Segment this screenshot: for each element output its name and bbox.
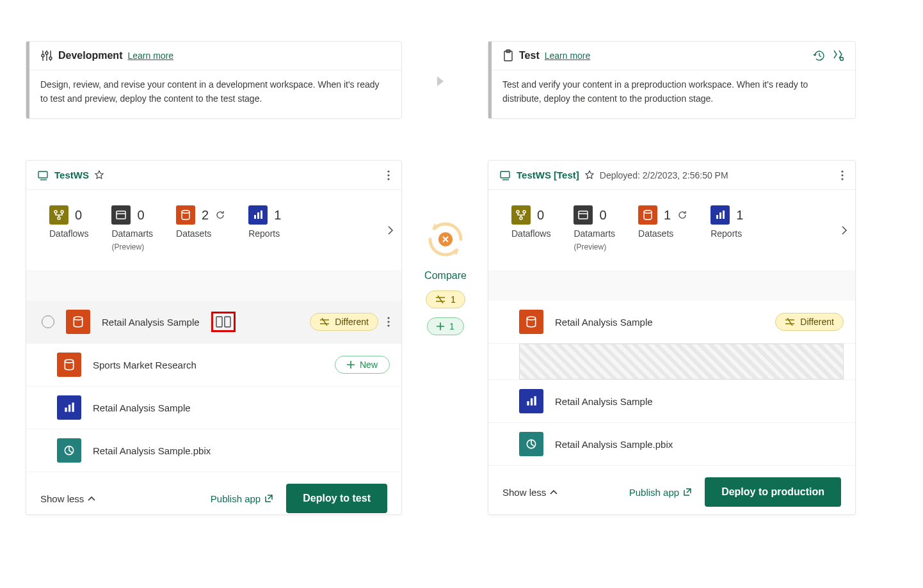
- svg-point-33: [520, 217, 522, 219]
- refresh-icon[interactable]: [677, 210, 687, 220]
- item-row-report-retail[interactable]: Retail Analysis Sample: [488, 380, 855, 423]
- stat-reports[interactable]: 1 Reports: [248, 205, 281, 239]
- report-icon: [57, 395, 81, 420]
- item-name: Retail Analysis Sample: [102, 317, 200, 328]
- svg-rect-27: [501, 171, 510, 178]
- stage-title-development: Development: [58, 50, 122, 61]
- compare-column: Compare 1 1: [410, 218, 481, 335]
- show-less-label: Show less: [40, 493, 84, 504]
- item-row-dataset-retail[interactable]: Retail Analysis Sample Different: [26, 301, 401, 344]
- svg-point-8: [61, 211, 63, 213]
- stage-header-test: Test Learn more Test and verify your con…: [488, 41, 856, 119]
- stat-datamarts[interactable]: 0 Datamarts (Preview): [574, 205, 615, 251]
- stat-datasets[interactable]: 1 Datasets: [638, 205, 687, 239]
- svg-rect-10: [116, 211, 125, 219]
- learn-more-link-development[interactable]: Learn more: [127, 51, 173, 61]
- deploy-to-test-button[interactable]: Deploy to test: [286, 484, 387, 513]
- item-row-dataset-sports[interactable]: Sports Market Research New: [26, 344, 401, 386]
- compare-added-count-badge[interactable]: 1: [427, 317, 464, 335]
- svg-point-18: [387, 317, 389, 319]
- item-name: Sports Market Research: [93, 360, 197, 370]
- pbix-icon: [519, 432, 543, 456]
- svg-point-35: [644, 211, 652, 213]
- stat-dataflows[interactable]: 0 Dataflows: [511, 205, 550, 239]
- publish-label: Publish app: [211, 493, 261, 504]
- badge-label: New: [360, 360, 378, 370]
- refresh-icon[interactable]: [215, 210, 225, 220]
- show-less-toggle[interactable]: Show less: [40, 493, 95, 504]
- stage-description-development: Design, review, and revise your content …: [26, 70, 401, 113]
- svg-point-21: [65, 360, 73, 363]
- history-icon[interactable]: [813, 49, 826, 62]
- stage-accent: [488, 42, 492, 118]
- svg-point-5: [387, 174, 389, 176]
- item-row-pbix-retail[interactable]: Retail Analysis Sample.pbix: [488, 423, 855, 466]
- stat-count: 1: [736, 208, 743, 223]
- chevron-right-icon[interactable]: [841, 225, 847, 235]
- svg-rect-41: [531, 399, 533, 406]
- tools-icon: [40, 49, 53, 62]
- select-checkbox[interactable]: [42, 315, 54, 328]
- workspace-icon: [38, 170, 49, 180]
- show-less-label: Show less: [502, 487, 546, 498]
- pbix-icon: [57, 438, 81, 463]
- workspace-card-test: TestWS [Test] Deployed: 2/2/2023, 2:56:5…: [488, 160, 856, 515]
- compare-spinner-icon: [424, 218, 467, 261]
- more-options-icon[interactable]: [387, 170, 390, 180]
- stat-reports[interactable]: 1 Reports: [710, 205, 743, 239]
- publish-label: Publish app: [629, 487, 679, 498]
- item-row-report-retail[interactable]: Retail Analysis Sample: [26, 386, 401, 429]
- compare-different-count-badge[interactable]: 1: [426, 290, 465, 308]
- stage-accent: [26, 42, 29, 118]
- new-badge: New: [335, 356, 390, 374]
- more-options-icon[interactable]: [841, 170, 844, 180]
- stat-sublabel: (Preview): [574, 242, 615, 251]
- item-more-icon[interactable]: [387, 317, 390, 327]
- workspace-name[interactable]: TestWS [Test]: [517, 170, 579, 180]
- compare-button[interactable]: [211, 312, 236, 332]
- svg-point-30: [841, 178, 843, 180]
- item-row-pbix-retail[interactable]: Retail Analysis Sample.pbix: [26, 429, 401, 472]
- reports-icon: [248, 205, 268, 225]
- stat-label: Datasets: [638, 228, 687, 239]
- item-name: Retail Analysis Sample: [555, 396, 653, 407]
- svg-rect-38: [723, 211, 725, 219]
- report-icon: [519, 389, 543, 413]
- dataset-icon: [66, 310, 90, 334]
- stage-title-test: Test: [519, 50, 540, 61]
- svg-rect-13: [257, 212, 259, 219]
- publish-app-link[interactable]: Publish app: [211, 493, 273, 504]
- badge-count: 1: [451, 294, 456, 305]
- stat-count: 0: [75, 208, 82, 223]
- clipboard-icon: [502, 49, 514, 62]
- stat-label: Dataflows: [49, 228, 88, 239]
- hatched-placeholder: [519, 344, 844, 379]
- svg-point-28: [841, 170, 843, 172]
- workspace-name[interactable]: TestWS: [54, 170, 89, 180]
- settings-icon[interactable]: [832, 49, 845, 62]
- item-row-dataset-retail[interactable]: Retail Analysis Sample Different: [488, 301, 855, 344]
- svg-rect-34: [579, 211, 588, 219]
- svg-rect-24: [72, 402, 74, 411]
- item-name: Retail Analysis Sample: [93, 402, 191, 413]
- stat-datamarts[interactable]: 0 Datamarts (Preview): [111, 205, 153, 251]
- item-name: Retail Analysis Sample.pbix: [555, 439, 673, 450]
- publish-app-link[interactable]: Publish app: [629, 487, 692, 498]
- stat-count: 1: [664, 208, 671, 223]
- stat-label: Datamarts: [111, 228, 153, 239]
- stat-datasets[interactable]: 2 Datasets: [176, 205, 225, 239]
- compare-label[interactable]: Compare: [424, 270, 467, 282]
- learn-more-link-test[interactable]: Learn more: [545, 51, 591, 61]
- svg-rect-40: [527, 401, 529, 406]
- content-gap: [488, 271, 855, 301]
- next-stage-arrow-icon[interactable]: [435, 75, 445, 87]
- svg-rect-17: [225, 317, 230, 327]
- stat-label: Datamarts: [574, 228, 615, 239]
- stat-dataflows[interactable]: 0 Dataflows: [49, 205, 88, 239]
- show-less-toggle[interactable]: Show less: [502, 487, 558, 498]
- svg-rect-14: [261, 211, 262, 219]
- chevron-right-icon[interactable]: [387, 225, 394, 235]
- datasets-icon: [176, 205, 195, 225]
- datamarts-icon: [111, 205, 131, 225]
- deploy-to-production-button[interactable]: Deploy to production: [705, 477, 841, 507]
